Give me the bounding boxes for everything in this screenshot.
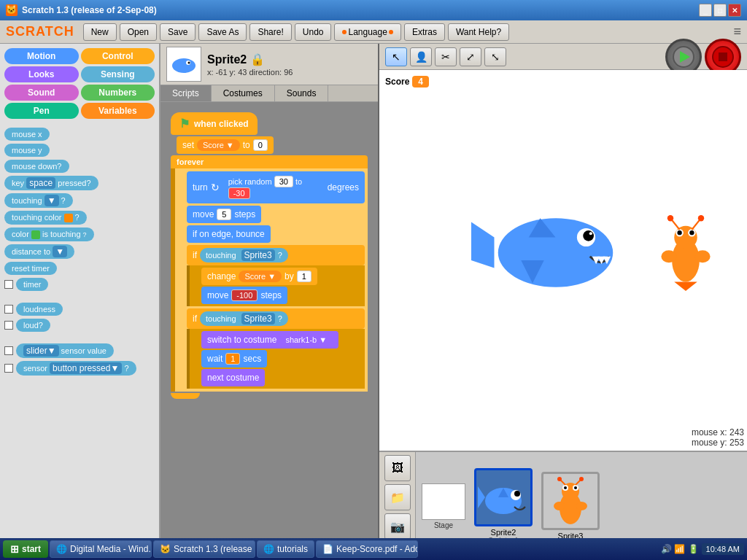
if-header2[interactable]: if touching Sprite3 ?: [187, 308, 365, 329]
block-pill-reset-timer[interactable]: reset timer: [4, 262, 57, 275]
maximize-button[interactable]: □: [713, 4, 727, 17]
stage-area: Score 4: [379, 70, 747, 451]
category-numbers[interactable]: Numbers: [81, 85, 155, 101]
sprite-info: Sprite2 🔒 x: -61 y: 43 direction: 96: [207, 52, 293, 77]
move-5-block[interactable]: move 5 steps: [187, 206, 261, 223]
taskbar-item-0[interactable]: 🌐 Digital Media - Wind...: [50, 540, 152, 558]
share-button[interactable]: Share!: [249, 23, 291, 41]
stage-thumb-label: Stage: [434, 521, 453, 529]
hat-block-flag[interactable]: ⚑ when clicked: [171, 112, 258, 135]
block-pill-mouse-x[interactable]: mouse x: [4, 128, 50, 141]
new-button[interactable]: New: [83, 23, 117, 41]
wait-label: wait: [207, 354, 222, 364]
folder-tool-btn[interactable]: 📁: [384, 484, 411, 510]
block-pill-timer[interactable]: timer: [16, 278, 48, 291]
stage-thumb[interactable]: [422, 483, 465, 520]
loud-checkbox[interactable]: [4, 321, 13, 330]
move-neg100-block[interactable]: move -100 steps: [201, 287, 287, 304]
svg-point-47: [576, 502, 587, 510]
slider-checkbox[interactable]: [4, 346, 13, 355]
timer-checkbox[interactable]: [4, 280, 13, 289]
set-score-block[interactable]: set Score ▼ to 0: [177, 136, 274, 154]
steps-label: steps: [234, 209, 255, 219]
block-pill-touching-color[interactable]: touching color ?: [4, 211, 87, 225]
close-button[interactable]: ✕: [728, 4, 741, 17]
sprite2-label: Sprite2: [491, 528, 516, 537]
taskbar-icon-0: 🌐: [56, 544, 67, 554]
block-pill-distance[interactable]: distance to ▼: [4, 244, 74, 259]
turn-block[interactable]: turn ↻ pick random 30 to -30 degrees: [187, 171, 365, 203]
green-flag-button[interactable]: [665, 39, 702, 75]
language-button[interactable]: Language: [334, 23, 400, 41]
block-pill-sensor[interactable]: sensor button pressed▼ ?: [16, 361, 136, 376]
extras-button[interactable]: Extras: [404, 23, 445, 41]
lobster-sprite[interactable]: [661, 215, 710, 291]
loudness-checkbox[interactable]: [4, 305, 13, 314]
block-pill-slider[interactable]: slider▼ sensor value: [16, 343, 114, 358]
sprite3-card[interactable]: Sprite3: [541, 472, 600, 540]
category-sound[interactable]: Sound: [4, 85, 79, 101]
next-costume-block[interactable]: next costume: [201, 369, 265, 386]
help-icon: ≡: [733, 24, 741, 39]
minimize-button[interactable]: _: [699, 4, 712, 17]
stop-button[interactable]: [705, 39, 741, 75]
category-control[interactable]: Control: [81, 48, 155, 64]
wait-block[interactable]: wait 1 secs: [201, 350, 267, 368]
save-button[interactable]: Save: [160, 23, 196, 41]
block-pill-loudness[interactable]: loudness: [16, 303, 63, 316]
block-color-touching: color is touching ?: [4, 228, 155, 241]
svg-point-27: [698, 215, 704, 221]
category-motion[interactable]: Motion: [4, 48, 79, 64]
if-touching-block2: if touching Sprite3 ? switch to costume …: [187, 308, 365, 389]
taskbar-item-3[interactable]: 📄 Keep-Score.pdf - Ado...: [316, 540, 418, 558]
start-button[interactable]: ⊞ start: [3, 540, 48, 558]
pointer-tool[interactable]: ↖: [385, 47, 407, 66]
category-looks[interactable]: Looks: [4, 66, 79, 82]
category-pen[interactable]: Pen: [4, 103, 79, 119]
tab-sounds[interactable]: Sounds: [275, 85, 329, 101]
mouse-x-display: mouse x: 243: [692, 427, 744, 438]
block-pill-key-pressed[interactable]: key space pressed?: [4, 176, 98, 190]
category-sensing[interactable]: Sensing: [81, 66, 155, 82]
change-score-block[interactable]: change Score ▼ by 1: [201, 268, 317, 285]
block-pill-mouse-down[interactable]: mouse down?: [4, 160, 69, 173]
sprite3-thumbnail: [541, 472, 600, 530]
shrink-tool[interactable]: ⤡: [484, 47, 506, 66]
save-as-button[interactable]: Save As: [198, 23, 247, 41]
scissor-tool[interactable]: ✂: [435, 47, 457, 66]
switch-costume-block[interactable]: switch to costume shark1-b ▼: [201, 331, 338, 349]
script-container: ⚑ when clicked set Score ▼ to 0 forever: [168, 109, 371, 402]
stamp-tool[interactable]: 👤: [410, 47, 432, 66]
svg-point-3: [188, 62, 190, 64]
wait-value: 1: [225, 353, 240, 365]
move-steps-value: 5: [217, 209, 231, 220]
if-header1[interactable]: if touching Sprite3 ?: [187, 245, 365, 265]
sprite2-card[interactable]: Sprite2 Scripts: 1: [474, 468, 533, 545]
shark-sprite[interactable]: [471, 218, 613, 287]
menu-bar: SCRATCH New Open Save Save As Share! Und…: [0, 20, 747, 44]
block-pill-color-touching[interactable]: color is touching ?: [4, 228, 94, 241]
to-label: to: [243, 140, 250, 150]
block-pill-mouse-y[interactable]: mouse y: [4, 144, 50, 157]
paint-tool-btn[interactable]: 🖼: [384, 455, 411, 481]
help-button[interactable]: Want Help?: [448, 23, 509, 41]
grow-tool[interactable]: ⤢: [460, 47, 481, 66]
block-pill-loud[interactable]: loud?: [16, 319, 50, 332]
category-variables[interactable]: Variables: [81, 103, 155, 119]
svg-point-22: [677, 230, 681, 235]
edge-bounce-block[interactable]: if on edge, bounce: [187, 225, 271, 243]
tab-scripts[interactable]: Scripts: [160, 85, 212, 101]
taskbar-label-3: Keep-Score.pdf - Ado...: [336, 544, 418, 554]
sensor-checkbox[interactable]: [4, 364, 13, 373]
camera-tool-btn[interactable]: 📷: [384, 513, 411, 540]
undo-button[interactable]: Undo: [295, 23, 332, 41]
window-controls: _ □ ✕: [699, 4, 741, 17]
taskbar-item-2[interactable]: 🌐 tutorials: [257, 540, 314, 558]
scripts-panel: Sprite2 🔒 x: -61 y: 43 direction: 96 Scr…: [160, 44, 379, 560]
forever-header[interactable]: forever: [171, 155, 368, 168]
score-var: Score ▼: [197, 139, 240, 151]
taskbar-item-1[interactable]: 🐱 Scratch 1.3 (release ...: [153, 540, 255, 558]
block-pill-touching[interactable]: touching ▼ ?: [4, 193, 73, 208]
tab-costumes[interactable]: Costumes: [212, 85, 275, 101]
open-button[interactable]: Open: [120, 23, 157, 41]
